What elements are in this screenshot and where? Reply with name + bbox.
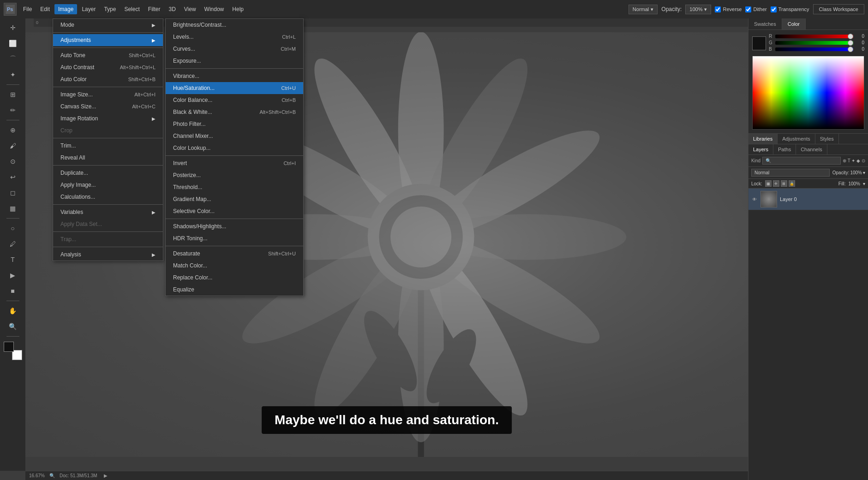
reverse-checkbox[interactable] <box>715 6 721 12</box>
shape-tool[interactable]: ■ <box>6 284 20 298</box>
opacity-dropdown[interactable]: 100% ▾ <box>685 5 711 14</box>
menu-crop[interactable]: Crop <box>53 124 163 136</box>
red-thumb[interactable] <box>848 34 853 39</box>
menu-variables[interactable]: Variables ▶ <box>53 206 163 218</box>
menu-trap[interactable]: Trap... <box>53 233 163 245</box>
menu-black-white[interactable]: Black & White... Alt+Shift+Ctrl+B <box>166 106 303 118</box>
tab-color[interactable]: Color <box>782 18 806 30</box>
red-slider[interactable] <box>775 35 853 38</box>
hand-tool[interactable]: ✋ <box>6 303 20 318</box>
menu-hdr-toning[interactable]: HDR Toning... <box>166 232 303 244</box>
lock-position-icon[interactable]: ✛ <box>773 180 779 187</box>
eraser-tool[interactable]: ◻ <box>6 185 20 200</box>
crop-tool[interactable]: ⊞ <box>6 87 20 102</box>
menu-hue-saturation[interactable]: Hue/Saturation... Ctrl+U <box>166 82 303 94</box>
eyedropper-tool[interactable]: ✏ <box>6 103 20 118</box>
menu-reveal-all[interactable]: Reveal All <box>53 152 163 164</box>
color-preview[interactable] <box>752 36 766 50</box>
menu-selective-color[interactable]: Selective Color... <box>166 205 303 217</box>
menu-color-lookup[interactable]: Color Lookup... <box>166 142 303 154</box>
menu-edit[interactable]: Edit <box>36 4 54 14</box>
menu-threshold[interactable]: Threshold... <box>166 181 303 193</box>
layer-item[interactable]: 👁 Layer 0 <box>748 189 868 210</box>
lasso-tool[interactable]: ⌒ <box>6 52 20 66</box>
layers-search[interactable]: 🔍 <box>762 157 841 165</box>
transparency-checkbox[interactable] <box>771 6 777 12</box>
path-selection-tool[interactable]: ▶ <box>6 268 20 283</box>
menu-equalize[interactable]: Equalize <box>166 284 303 296</box>
lock-pixels-icon[interactable]: ▦ <box>765 180 772 187</box>
menu-channel-mixer[interactable]: Channel Mixer... <box>166 130 303 142</box>
menu-curves[interactable]: Curves... Ctrl+M <box>166 43 303 55</box>
text-tool[interactable]: T <box>6 252 20 267</box>
menu-apply-image[interactable]: Apply Image... <box>53 179 163 191</box>
menu-brightness-contrast[interactable]: Brightness/Contrast... <box>166 19 303 31</box>
menu-shadows-highlights[interactable]: Shadows/Highlights... <box>166 220 303 232</box>
clone-tool[interactable]: ⊙ <box>6 154 20 169</box>
menu-auto-tone[interactable]: Auto Tone Shift+Ctrl+L <box>53 49 163 61</box>
zoom-tool[interactable]: 🔍 <box>6 319 20 334</box>
menu-vibrance[interactable]: Vibrance... <box>166 70 303 82</box>
tab-styles[interactable]: Styles <box>815 134 839 144</box>
menu-type[interactable]: Type <box>100 4 120 14</box>
foreground-color-box[interactable] <box>4 342 14 352</box>
menu-canvas-size[interactable]: Canvas Size... Alt+Ctrl+C <box>53 101 163 113</box>
workspace-button[interactable]: Class Workspace <box>813 4 864 14</box>
pen-tool[interactable]: 🖊 <box>6 237 20 251</box>
menu-auto-color[interactable]: Auto Color Shift+Ctrl+B <box>53 73 163 85</box>
color-spectrum[interactable] <box>752 56 864 130</box>
tab-layers[interactable]: Layers <box>748 144 773 154</box>
menu-layer[interactable]: Layer <box>78 4 99 14</box>
menu-desaturate[interactable]: Desaturate Shift+Ctrl+U <box>166 248 303 260</box>
history-tool[interactable]: ↩ <box>6 170 20 184</box>
menu-trim[interactable]: Trim... <box>53 140 163 152</box>
dither-checkbox[interactable] <box>745 6 751 12</box>
menu-mode[interactable]: Mode ▶ <box>53 19 163 31</box>
menu-3d[interactable]: 3D <box>165 4 179 14</box>
menu-select[interactable]: Select <box>120 4 143 14</box>
lock-artboard-icon[interactable]: ⊞ <box>781 180 787 187</box>
magic-wand-tool[interactable]: ✦ <box>6 67 20 82</box>
menu-view[interactable]: View <box>180 4 200 14</box>
selection-tool[interactable]: ⬜ <box>6 36 20 51</box>
tab-libraries[interactable]: Libraries <box>748 134 778 144</box>
blue-slider[interactable] <box>775 47 853 51</box>
green-slider[interactable] <box>775 41 853 45</box>
menu-window[interactable]: Window <box>201 4 228 14</box>
menu-help[interactable]: Help <box>228 4 247 14</box>
lock-all-icon[interactable]: 🔒 <box>789 180 795 187</box>
menu-filter[interactable]: Filter <box>144 4 164 14</box>
menu-auto-contrast[interactable]: Auto Contrast Alt+Shift+Ctrl+L <box>53 61 163 73</box>
menu-duplicate[interactable]: Duplicate... <box>53 167 163 179</box>
gradient-tool[interactable]: ▦ <box>6 201 20 216</box>
green-thumb[interactable] <box>848 40 853 46</box>
menu-posterize[interactable]: Posterize... <box>166 169 303 181</box>
brush-tool[interactable]: 🖌 <box>6 138 20 153</box>
menu-replace-color[interactable]: Replace Color... <box>166 272 303 284</box>
mode-dropdown[interactable]: Normal ▾ <box>629 5 658 14</box>
menu-image[interactable]: Image <box>54 4 77 14</box>
menu-gradient-map[interactable]: Gradient Map... <box>166 193 303 205</box>
menu-analysis[interactable]: Analysis ▶ <box>53 249 163 261</box>
menu-calculations[interactable]: Calculations... <box>53 191 163 203</box>
menu-file[interactable]: File <box>19 4 36 14</box>
menu-match-color[interactable]: Match Color... <box>166 260 303 272</box>
menu-apply-data-set[interactable]: Apply Data Set... <box>53 218 163 230</box>
menu-image-rotation[interactable]: Image Rotation ▶ <box>53 113 163 124</box>
healing-tool[interactable]: ⊕ <box>6 123 20 137</box>
visibility-icon[interactable]: 👁 <box>751 196 758 202</box>
menu-image-size[interactable]: Image Size... Alt+Ctrl+I <box>53 89 163 101</box>
blue-thumb[interactable] <box>848 47 853 52</box>
dodge-tool[interactable]: ○ <box>6 221 20 236</box>
menu-adjustments[interactable]: Adjustments ▶ <box>53 34 163 46</box>
tab-adjustments[interactable]: Adjustments <box>778 134 815 144</box>
blend-mode-dropdown[interactable]: Normal <box>751 169 830 177</box>
menu-color-balance[interactable]: Color Balance... Ctrl+B <box>166 94 303 106</box>
menu-exposure[interactable]: Exposure... <box>166 55 303 67</box>
menu-photo-filter[interactable]: Photo Filter... <box>166 118 303 130</box>
menu-levels[interactable]: Levels... Ctrl+L <box>166 31 303 43</box>
menu-invert[interactable]: Invert Ctrl+I <box>166 157 303 169</box>
tab-channels[interactable]: Channels <box>796 144 827 154</box>
tab-paths[interactable]: Paths <box>773 144 796 154</box>
tab-swatches[interactable]: Swatches <box>748 18 782 30</box>
